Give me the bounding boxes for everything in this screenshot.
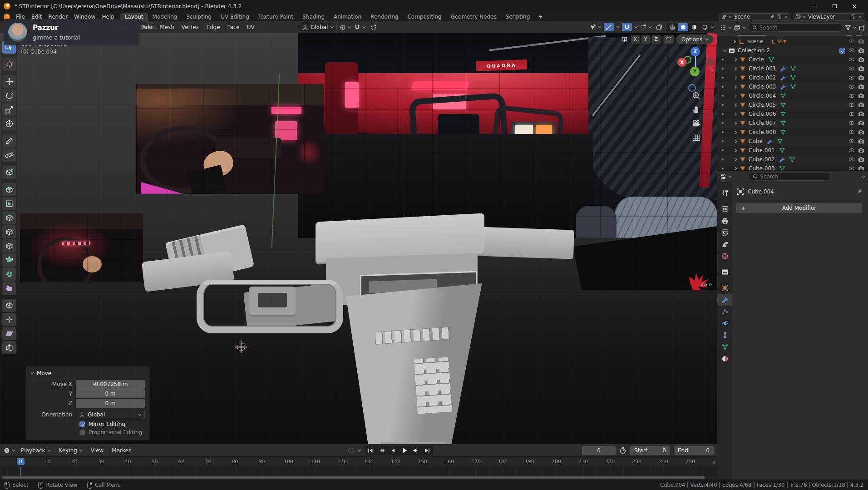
hide-eye-icon[interactable]	[848, 93, 855, 99]
disable-render-icon[interactable]	[858, 138, 864, 144]
viewport-menu-item[interactable]: Mesh	[157, 24, 178, 30]
outliner-search[interactable]	[748, 23, 843, 32]
outliner-row-circle-005[interactable]: Circle.005 ▼	[717, 100, 868, 109]
properties-options-dropdown[interactable]	[862, 175, 865, 178]
object-name[interactable]: Cube.002	[748, 156, 775, 163]
frame-tick[interactable]: 200	[543, 459, 570, 465]
checkbox[interactable]	[79, 430, 85, 436]
frame-start-field[interactable]: Start0	[630, 446, 670, 455]
field-value[interactable]: 0 m	[76, 399, 145, 408]
tool-loop-cut[interactable]	[2, 225, 16, 238]
playhead[interactable]	[20, 467, 21, 477]
outliner-row-cube-003[interactable]: Cube.003 ▼	[717, 164, 868, 170]
properties-search[interactable]	[749, 172, 830, 181]
gizmo-axis-negz[interactable]	[688, 84, 696, 92]
options-dropdown[interactable]: Options	[676, 35, 714, 44]
snap-dropdown[interactable]	[354, 24, 366, 30]
disable-render-icon[interactable]	[858, 38, 864, 45]
pan-hand-icon[interactable]	[692, 105, 701, 114]
orientation-select[interactable]: Global	[76, 410, 145, 419]
outliner-filter-dropdown[interactable]	[845, 25, 857, 31]
expand-icon[interactable]	[734, 103, 738, 107]
outliner-row-circle[interactable]: Circle ▼	[717, 55, 868, 64]
workspace-tab[interactable]: Compositing	[403, 13, 446, 21]
hide-eye-icon[interactable]	[848, 156, 855, 163]
viewport-menu-item[interactable]: Face	[224, 24, 243, 30]
hide-eye-icon[interactable]	[848, 84, 855, 90]
gizmo-axis-z[interactable]: Z	[690, 47, 700, 56]
tool-extrude-region[interactable]	[2, 183, 16, 196]
frame-tick[interactable]: 80	[222, 459, 248, 465]
outliner-row-collection-2[interactable]: Collection 2 ▼	[717, 46, 868, 55]
jump-to-end-button[interactable]	[422, 446, 433, 455]
tool-bevel[interactable]	[2, 211, 16, 224]
expand-icon[interactable]	[734, 148, 738, 153]
tool-add-cube[interactable]	[2, 166, 16, 179]
hide-eye-icon[interactable]	[848, 138, 855, 144]
frame-tick[interactable]: 250	[677, 459, 704, 465]
tool-inset-faces[interactable]	[2, 197, 16, 210]
gizmo-axis-y[interactable]: Y	[690, 67, 700, 76]
expand-icon[interactable]	[734, 112, 738, 116]
viewport-menu-item[interactable]: Edge	[203, 24, 223, 30]
frame-tick[interactable]: 230	[623, 459, 650, 465]
disable-render-icon[interactable]	[858, 93, 864, 99]
hide-eye-icon[interactable]	[848, 47, 855, 54]
object-name[interactable]: Circle.002	[748, 74, 776, 81]
tool-spin[interactable]	[2, 267, 16, 281]
properties-tab-collection[interactable]	[717, 266, 732, 278]
mirror-axis-button[interactable]: Y	[641, 35, 651, 44]
outliner-row-circle-006[interactable]: Circle.006 ▼	[717, 109, 868, 119]
checkbox[interactable]	[79, 421, 85, 427]
timeline-menu-item[interactable]: Playback	[17, 447, 54, 454]
move-operator-panel[interactable]: Move Move X -0.007258 m Y 0 m Z 0 m	[25, 366, 150, 441]
outliner-row-cube[interactable]: Cube ▼	[717, 137, 868, 146]
disable-render-icon[interactable]	[858, 129, 864, 135]
prev-keyframe-button[interactable]	[376, 446, 387, 455]
disable-render-icon[interactable]	[858, 120, 864, 126]
mirror-axis-button[interactable]: X	[631, 35, 640, 44]
frame-tick[interactable]: 170	[463, 459, 489, 465]
properties-editor-dropdown[interactable]	[720, 173, 732, 180]
remove-viewlayer-icon[interactable]: ×	[857, 14, 863, 20]
pin-icon[interactable]	[856, 188, 863, 195]
tool-annotate[interactable]	[2, 134, 16, 148]
timeline-menu-item[interactable]: View	[87, 447, 107, 454]
expand-icon[interactable]	[734, 167, 738, 170]
outliner-row-cube-002[interactable]: Cube.002 ▼	[717, 155, 868, 164]
viewport-menu-item[interactable]: UV	[244, 24, 258, 30]
disable-render-icon[interactable]	[858, 165, 864, 170]
properties-tab-object[interactable]	[717, 282, 732, 294]
unlink-scene-icon[interactable]: ×	[783, 14, 789, 20]
expand-icon[interactable]	[734, 67, 738, 71]
tool-cursor[interactable]	[2, 58, 16, 71]
disable-render-icon[interactable]	[858, 47, 864, 54]
workspace-tab[interactable]: Modeling	[148, 13, 182, 21]
properties-tab-object-data[interactable]	[717, 341, 732, 353]
shading-solid-button[interactable]	[678, 23, 688, 31]
frame-tick[interactable]: 20	[61, 459, 88, 465]
exclude-checkbox[interactable]	[839, 48, 845, 54]
frame-tick[interactable]: 220	[597, 459, 623, 465]
field-value[interactable]: -0.007258 m	[76, 380, 145, 389]
play-button[interactable]	[399, 446, 410, 455]
tool-shrink-fatten[interactable]	[2, 313, 16, 326]
object-name[interactable]: Collection 2	[737, 47, 770, 54]
current-frame-field[interactable]: 0	[582, 446, 616, 455]
outliner-editor-dropdown[interactable]	[720, 25, 732, 31]
hide-eye-icon[interactable]	[848, 111, 855, 117]
frame-tick[interactable]: 180	[489, 459, 516, 465]
expand-icon[interactable]	[734, 94, 738, 98]
frame-tick[interactable]: 30	[88, 459, 114, 465]
workspace-tab[interactable]: Geometry Nodes	[446, 13, 501, 21]
tool-smooth[interactable]	[2, 282, 16, 295]
prev-frame-button[interactable]	[388, 446, 399, 455]
disable-render-icon[interactable]	[858, 147, 864, 153]
object-name[interactable]: Cube.003	[748, 165, 775, 170]
hide-eye-icon[interactable]	[848, 74, 855, 81]
hide-eye-icon[interactable]	[848, 56, 855, 63]
object-name[interactable]: Circle.001	[748, 65, 776, 72]
properties-tab-physics[interactable]	[717, 317, 732, 329]
outliner-search-input[interactable]	[760, 25, 838, 31]
proportional-editing-button[interactable]	[369, 23, 379, 31]
